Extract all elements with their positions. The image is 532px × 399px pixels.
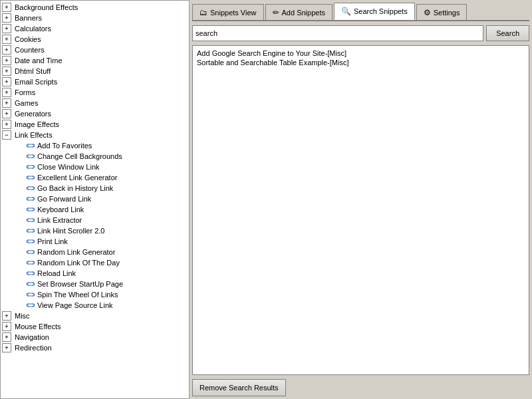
tree-item-go-forward-link[interactable]: Go Forward Link bbox=[1, 194, 189, 204]
link-item-icon bbox=[26, 152, 35, 161]
svg-rect-62 bbox=[29, 219, 33, 221]
link-item-icon bbox=[26, 226, 35, 235]
expand-icon[interactable]: + bbox=[2, 88, 11, 97]
tree-item-link-extractor[interactable]: Link Extractor bbox=[1, 215, 189, 225]
link-item-icon bbox=[26, 258, 35, 267]
tree-item-excellent-link-generator[interactable]: Excellent Link Generator bbox=[1, 172, 189, 183]
tab-add-snippets[interactable]: ✏Add Snippets bbox=[265, 4, 332, 20]
tree-item-link-hint-scroller[interactable]: Link Hint Scroller 2.0 bbox=[1, 225, 189, 236]
tree-item-random-link-generator[interactable]: Random Link Generator bbox=[1, 247, 189, 257]
tree-item-counters[interactable]: + Counters bbox=[1, 45, 189, 55]
tree-item-close-window-link[interactable]: Close Window Link bbox=[1, 162, 189, 172]
tree-item-label: Background Effects bbox=[15, 3, 78, 11]
tab-snippets-view[interactable]: 🗂Snippets View bbox=[192, 4, 264, 20]
tree-item-label: Cookies bbox=[15, 35, 41, 43]
svg-rect-41 bbox=[29, 145, 33, 147]
tree-item-date-and-time[interactable]: + Date and Time bbox=[1, 55, 189, 66]
expand-icon[interactable]: + bbox=[2, 24, 11, 33]
tree-item-view-page-source-link[interactable]: View Page Source Link bbox=[1, 300, 189, 311]
link-item-icon bbox=[26, 205, 35, 214]
expand-icon[interactable]: + bbox=[2, 311, 11, 321]
link-item-icon bbox=[26, 269, 35, 278]
tree-item-label: Misc bbox=[15, 312, 30, 320]
tab-search-snippets[interactable]: 🔍Search Snippets bbox=[334, 3, 415, 20]
tree-item-background-effects[interactable]: + Background Effects bbox=[1, 2, 189, 13]
tab-bar: 🗂Snippets View✏Add Snippets🔍Search Snipp… bbox=[192, 3, 529, 21]
tree-item-keyboard-link[interactable]: Keyboard Link bbox=[1, 204, 189, 215]
tree-item-print-link[interactable]: Print Link bbox=[1, 236, 189, 247]
tree-item-label: Date and Time bbox=[15, 57, 63, 65]
tree-item-label: Set Browser StartUp Page bbox=[37, 280, 123, 288]
expand-icon[interactable]: + bbox=[2, 322, 11, 331]
search-button[interactable]: Search bbox=[486, 25, 529, 41]
expand-icon[interactable]: + bbox=[2, 45, 11, 55]
tree-item-change-cell-backgrounds[interactable]: Change Cell Backgrounds bbox=[1, 151, 189, 162]
tree-item-link-effects[interactable]: − Link Effects bbox=[1, 130, 189, 140]
link-item-icon bbox=[26, 279, 35, 289]
tree-item-label: Print Link bbox=[37, 237, 68, 245]
tree-item-image-effects[interactable]: + Image Effects bbox=[1, 119, 189, 130]
tree-item-label: Email Scripts bbox=[15, 78, 57, 86]
tree-item-calculators[interactable]: + Calculators bbox=[1, 23, 189, 34]
collapse-icon[interactable]: − bbox=[2, 130, 11, 140]
link-item-icon bbox=[26, 215, 35, 225]
expand-icon[interactable]: + bbox=[2, 13, 11, 23]
expand-spacer bbox=[15, 247, 25, 257]
tab-icon-settings: ⚙ bbox=[424, 8, 431, 17]
result-item[interactable]: Sortable and Searchable Table Example-[M… bbox=[196, 58, 526, 67]
tree-item-dhtml-stuff[interactable]: + Dhtml Stuff bbox=[1, 66, 189, 76]
tree-item-reload-link[interactable]: Reload Link bbox=[1, 268, 189, 279]
right-panel: 🗂Snippets View✏Add Snippets🔍Search Snipp… bbox=[190, 0, 532, 399]
expand-icon[interactable]: + bbox=[2, 77, 11, 86]
tree-item-label: Reload Link bbox=[37, 269, 76, 277]
tree-item-redirection[interactable]: + Redirection bbox=[1, 342, 189, 353]
tree-item-forms[interactable]: + Forms bbox=[1, 87, 189, 98]
expand-icon[interactable]: + bbox=[2, 56, 11, 65]
tree-item-email-scripts[interactable]: + Email Scripts bbox=[1, 76, 189, 87]
tab-settings[interactable]: ⚙Settings bbox=[416, 4, 467, 20]
remove-search-results-button[interactable]: Remove Search Results bbox=[192, 379, 286, 396]
tree-item-label: Counters bbox=[15, 46, 45, 54]
tree-item-label: Redirection bbox=[15, 344, 52, 352]
tree-item-label: Random Link Generator bbox=[37, 248, 115, 256]
expand-spacer bbox=[15, 205, 25, 214]
tree-item-label: Dhtml Stuff bbox=[15, 67, 51, 75]
expand-icon[interactable]: + bbox=[2, 332, 11, 342]
tree-item-label: Mouse Effects bbox=[15, 323, 61, 331]
expand-icon[interactable]: + bbox=[2, 343, 11, 352]
tree-item-generators[interactable]: + Generators bbox=[1, 108, 189, 119]
tree-item-misc[interactable]: + Misc bbox=[1, 311, 189, 321]
expand-icon[interactable]: + bbox=[2, 35, 11, 44]
expand-icon[interactable]: + bbox=[2, 98, 11, 108]
link-item-icon bbox=[26, 162, 35, 172]
link-item-icon bbox=[26, 237, 35, 246]
tree-item-set-browser-startup-page[interactable]: Set Browser StartUp Page bbox=[1, 279, 189, 289]
tree-container[interactable]: + Background Effects+ Banners+ Calculato… bbox=[1, 1, 189, 398]
link-item-icon bbox=[26, 290, 35, 299]
tree-item-games[interactable]: + Games bbox=[1, 98, 189, 108]
tree-item-mouse-effects[interactable]: + Mouse Effects bbox=[1, 321, 189, 332]
tree-item-go-back-in-history-link[interactable]: Go Back in History Link bbox=[1, 183, 189, 194]
tree-item-cookies[interactable]: + Cookies bbox=[1, 34, 189, 45]
link-item-icon bbox=[26, 184, 35, 193]
tree-item-label: Go Back in History Link bbox=[37, 184, 113, 192]
tree-item-label: Spin The Wheel Of Links bbox=[37, 291, 118, 299]
tree-item-label: View Page Source Link bbox=[37, 301, 113, 309]
result-item[interactable]: Add Google Search Engine to Your Site-[M… bbox=[196, 49, 526, 58]
expand-icon[interactable]: + bbox=[2, 120, 11, 129]
tree-item-navigation[interactable]: + Navigation bbox=[1, 332, 189, 342]
tree-item-add-to-favorites[interactable]: Add To Favorites bbox=[1, 140, 189, 151]
svg-rect-83 bbox=[29, 294, 33, 296]
tree-item-spin-the-wheel-of-links[interactable]: Spin The Wheel Of Links bbox=[1, 289, 189, 300]
expand-icon[interactable]: + bbox=[2, 109, 11, 118]
expand-icon[interactable]: + bbox=[2, 66, 11, 76]
link-item-icon bbox=[26, 173, 35, 182]
svg-rect-77 bbox=[29, 273, 33, 275]
search-input[interactable] bbox=[192, 25, 483, 41]
tree-item-label: Link Effects bbox=[15, 131, 53, 139]
expand-icon[interactable]: + bbox=[2, 3, 11, 12]
tree-item-random-link-of-the-day[interactable]: Random Link Of The Day bbox=[1, 257, 189, 268]
svg-rect-86 bbox=[29, 305, 33, 307]
expand-spacer bbox=[15, 258, 25, 267]
tree-item-banners[interactable]: + Banners bbox=[1, 13, 189, 23]
